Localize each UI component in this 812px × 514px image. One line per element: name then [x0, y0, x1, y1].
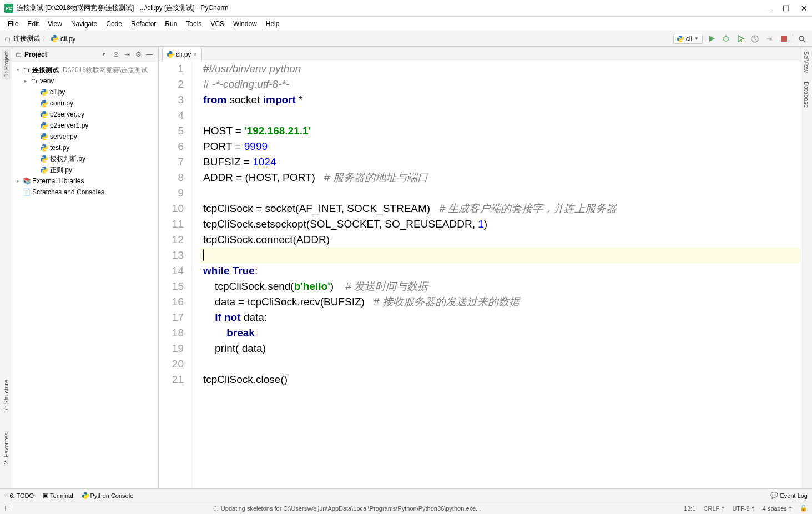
terminal-tool[interactable]: ▣Terminal	[43, 492, 73, 499]
dropdown-icon[interactable]: ▼	[102, 52, 106, 57]
hide-icon[interactable]: —	[144, 51, 155, 58]
maximize-button[interactable]: ☐	[783, 4, 790, 13]
run-config-selector[interactable]: cli ▼	[673, 34, 703, 44]
editor-tab-cli[interactable]: cli.py ×	[162, 48, 202, 61]
indent-setting[interactable]: 4 spaces ‡	[763, 505, 792, 512]
close-button[interactable]: ✕	[801, 4, 808, 13]
tree-file-正则-py[interactable]: 正则.py	[12, 164, 158, 175]
tree-external-libraries[interactable]: ▸📚External Libraries	[12, 175, 158, 187]
tree-file-p2server-py[interactable]: p2server.py	[12, 109, 158, 120]
project-panel-title: Project	[24, 51, 102, 58]
code-line-4[interactable]	[203, 108, 800, 123]
code-line-7[interactable]: BUFSIZ = 1024	[203, 154, 800, 170]
line-separator[interactable]: CRLF ‡	[704, 505, 725, 512]
menu-help[interactable]: Help	[263, 19, 283, 29]
todo-tool[interactable]: ≡6: TODO	[4, 492, 34, 499]
tree-file-test-py[interactable]: test.py	[12, 142, 158, 153]
menu-vcs[interactable]: VCS	[207, 19, 228, 29]
sciview-tab[interactable]: SciView	[802, 49, 811, 75]
profile-button[interactable]	[749, 33, 760, 44]
status-message: Updating skeletons for C:\Users\weijun\A…	[221, 505, 481, 512]
navigation-bar: 🗀 连接测试 〉 cli.py cli ▼ ⇥	[0, 31, 812, 47]
stop-button[interactable]	[778, 33, 789, 44]
run-config-name: cli	[686, 35, 692, 43]
code-line-5[interactable]: HOST = '192.168.21.1'	[203, 123, 800, 139]
menu-edit[interactable]: Edit	[24, 19, 42, 29]
menu-code[interactable]: Code	[103, 19, 125, 29]
attach-button[interactable]: ⇥	[764, 33, 775, 44]
python-file-icon	[51, 35, 58, 42]
menu-bar: FileEditViewNavigateCodeRefactorRunTools…	[0, 17, 812, 31]
menu-tools[interactable]: Tools	[183, 19, 205, 29]
tree-file-p2server1-py[interactable]: p2server1.py	[12, 120, 158, 131]
menu-file[interactable]: File	[4, 19, 22, 29]
tree-file-conn-py[interactable]: conn.py	[12, 98, 158, 109]
svg-line-14	[803, 40, 805, 42]
tree-venv[interactable]: ▸🗀venv	[12, 75, 158, 87]
code-content[interactable]: #!/usr/bin/env python# -*-coding:utf-8-*…	[200, 61, 800, 488]
code-line-9[interactable]	[203, 185, 800, 201]
run-button[interactable]	[706, 33, 717, 44]
python-file-icon	[167, 51, 174, 58]
code-line-20[interactable]	[203, 356, 800, 372]
breadcrumb-file[interactable]: cli.py	[60, 35, 75, 43]
folder-icon: 🗀	[16, 51, 22, 58]
tree-root[interactable]: ▾🗀连接测试D:\2018物联网竞赛\连接测试	[12, 64, 158, 75]
cursor-position[interactable]: 13:1	[684, 505, 695, 512]
menu-refactor[interactable]: Refactor	[128, 19, 159, 29]
minimize-button[interactable]: —	[764, 4, 771, 13]
project-tab[interactable]: 1: Project	[2, 49, 11, 79]
status-icon[interactable]: ☐	[4, 505, 10, 512]
collapse-all-icon[interactable]: ⇥	[122, 51, 133, 58]
code-line-2[interactable]: # -*-coding:utf-8-*-	[203, 77, 800, 92]
code-line-21[interactable]: tcpCliSock.close()	[203, 372, 800, 387]
debug-button[interactable]	[720, 33, 732, 44]
code-line-12[interactable]: tcpCliSock.connect(ADDR)	[203, 232, 800, 248]
favorites-tab[interactable]: 2: Favorites	[2, 430, 11, 466]
code-line-11[interactable]: tcpCliSock.setsockopt(SOL_SOCKET, SO_REU…	[203, 216, 800, 232]
close-tab-icon[interactable]: ×	[193, 51, 196, 58]
menu-view[interactable]: View	[44, 19, 65, 29]
breadcrumb[interactable]: 🗀 连接测试 〉 cli.py	[4, 34, 673, 43]
code-line-6[interactable]: PORT = 9999	[203, 139, 800, 154]
bottom-tool-bar: ≡6: TODO ▣Terminal Python Console 💬Event…	[0, 488, 812, 502]
code-line-17[interactable]: if not data:	[203, 310, 800, 325]
tree-file-授权判断-py[interactable]: 授权判断.py	[12, 153, 158, 164]
code-line-14[interactable]: while True:	[203, 263, 800, 279]
code-line-10[interactable]: tcpCliSock = socket(AF_INET, SOCK_STREAM…	[203, 201, 800, 216]
menu-window[interactable]: Window	[230, 19, 260, 29]
event-log-tool[interactable]: 💬Event Log	[770, 492, 808, 499]
tree-scratches[interactable]: 📄Scratches and Consoles	[12, 187, 158, 198]
code-line-16[interactable]: data = tcpCliSock.recv(BUFSIZ) # 接收服务器的发…	[203, 294, 800, 310]
python-console-tool[interactable]: Python Console	[82, 492, 134, 499]
structure-tab[interactable]: 7: Structure	[2, 377, 11, 414]
window-title: 连接测试 [D:\2018物联网竞赛\连接测试] - ...\cli.py [连…	[17, 3, 764, 13]
menu-run[interactable]: Run	[162, 19, 180, 29]
code-line-8[interactable]: ADDR = (HOST, PORT) # 服务器的地址与端口	[203, 170, 800, 185]
run-coverage-button[interactable]	[735, 33, 746, 44]
code-line-1[interactable]: #!/usr/bin/env python	[203, 61, 800, 77]
code-line-13[interactable]	[200, 248, 800, 263]
scroll-from-source-icon[interactable]: ⊙	[110, 51, 122, 58]
code-line-15[interactable]: tcpCliSock.send(b'hello') # 发送时间与数据	[203, 279, 800, 294]
file-encoding[interactable]: UTF-8 ‡	[732, 505, 754, 512]
menu-navigate[interactable]: Navigate	[68, 19, 100, 29]
search-button[interactable]	[796, 33, 808, 44]
code-line-19[interactable]: print( data)	[203, 341, 800, 356]
dropdown-icon: ▼	[694, 36, 699, 41]
breadcrumb-folder[interactable]: 连接测试	[13, 34, 40, 43]
left-tool-stripe: 1: Project 7: Structure 2: Favorites	[0, 47, 12, 488]
editor-tabs: cli.py ×	[159, 47, 800, 61]
code-editor[interactable]: 123456789101112131415161718192021 #!/usr…	[159, 61, 800, 488]
settings-icon[interactable]: ⚙	[133, 51, 144, 58]
tree-file-server-py[interactable]: server.py	[12, 131, 158, 142]
tree-file-cli-py[interactable]: cli.py	[12, 87, 158, 98]
database-tab[interactable]: Database	[802, 79, 811, 110]
code-line-3[interactable]: from socket import *	[203, 92, 800, 108]
app-logo: PC	[4, 4, 13, 13]
svg-point-8	[741, 39, 744, 42]
project-tree[interactable]: ▾🗀连接测试D:\2018物联网竞赛\连接测试▸🗀venvcli.pyconn.…	[12, 62, 158, 488]
lock-icon[interactable]: 🔓	[800, 505, 808, 512]
svg-point-1	[56, 41, 56, 42]
code-line-18[interactable]: break	[203, 325, 800, 341]
